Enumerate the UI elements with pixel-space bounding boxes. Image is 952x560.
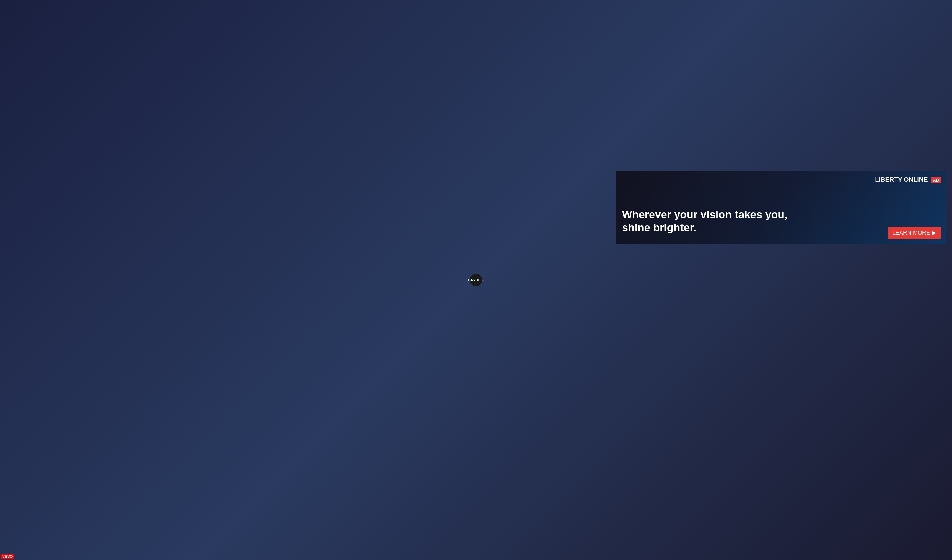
conversion-video-thumb: BASTILLE VEVO xyxy=(627,80,668,106)
ad-banner: LIBERTY ONLINE AD Wherever your vision t… xyxy=(616,171,946,244)
main-conversion-box: YouTube mp3 BASTILLE VEVO Video successf… xyxy=(616,46,946,164)
ytmp3-content: YouTube mp3 BASTILLE VEVO Video successf… xyxy=(609,40,952,307)
ad-cta-text: LEARN MORE xyxy=(892,230,930,236)
ad-tagline: Wherever your vision takes you,shine bri… xyxy=(622,208,788,237)
conversion-success-box: BASTILLE VEVO Video successfully convert… xyxy=(622,74,940,118)
panel3-youtube-mp3: ⬇ ⊡ ⑦ ✱ ⏰ LTE ▐ ▮ 12:35 www.youtube-mp3.… xyxy=(609,0,952,560)
conversion-thumb-bg: BASTILLE xyxy=(609,40,952,528)
browser-content: YouTube mp3 BASTILLE VEVO Video successf… xyxy=(609,40,952,528)
ad-arrow-icon: ▶ xyxy=(932,229,936,236)
ad-learn-more-button[interactable]: LEARN MORE ▶ xyxy=(887,227,941,239)
